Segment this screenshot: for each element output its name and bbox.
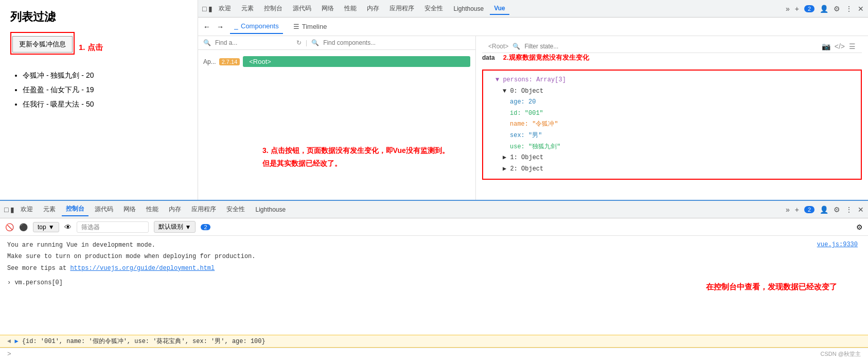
persons-row[interactable]: ▼ persons: Array[3] — [495, 75, 856, 86]
console-toolbar: 🚫 ⚫ top ▼ 👁 默认级别 ▼ 2 ⚙ — [0, 218, 868, 236]
page-title: 列表过滤 — [10, 9, 187, 25]
step1-label: 1. 点击 — [79, 43, 103, 53]
root-component-badge: <Root> — [243, 56, 470, 67]
top-dropdown[interactable]: top ▼ — [33, 222, 59, 232]
menu-icon[interactable]: ☰ — [849, 42, 856, 50]
more-options-icon[interactable]: ⋮ — [845, 5, 853, 13]
refresh-icon[interactable]: ↻ — [296, 39, 302, 46]
step3-line2: 但是其实数据已经改了。 — [262, 157, 449, 170]
bottom-tab-bar: □ ▮ 欢迎 元素 控制台 源代码 网络 性能 内存 应用程序 安全性 Ligh… — [0, 201, 868, 218]
inspect-icon[interactable]: □ — [202, 5, 206, 13]
app-tree-row[interactable]: Ap... 2.7.14 <Root> — [198, 54, 475, 69]
bottom-inspect-icon[interactable]: □ — [4, 205, 8, 214]
find-bar: 🔍 ↻ | 🔍 — [198, 36, 475, 50]
bottom-tab-memory[interactable]: 内存 — [165, 203, 185, 216]
console-settings-icon[interactable]: ⚙ — [856, 223, 863, 231]
obj2-row[interactable]: ▶ 2: Object — [503, 164, 856, 175]
age-row: age: 20 — [510, 97, 856, 108]
csdn-watermark: CSDN @秋堂主 — [821, 350, 861, 358]
eye-icon[interactable]: 👁 — [64, 223, 72, 231]
close-icon[interactable]: ✕ — [858, 5, 864, 13]
console-obj-line[interactable]: ◄ ▶ {id: '001', name: '假的令狐冲', use: '葵花宝… — [0, 335, 868, 348]
bottom-tab-console[interactable]: 控制台 — [62, 202, 88, 216]
tab-console[interactable]: 控制台 — [260, 2, 287, 15]
vue-components-tab[interactable]: ⎯ Components — [230, 19, 283, 34]
version-badge: 2.7.14 — [219, 58, 240, 65]
bottom-tab-lighthouse[interactable]: Lighthouse — [251, 204, 290, 215]
data-header: data 2.观察数据竟然没有发生变化 — [482, 53, 862, 62]
bottom-tab-icons: » + 2 👤 ⚙ ⋮ ✕ — [786, 205, 864, 214]
update-button[interactable]: 更新令狐冲信息 — [12, 36, 73, 53]
bottom-more-options-icon[interactable]: ⋮ — [845, 205, 853, 214]
bottom-add-tab-icon[interactable]: + — [795, 205, 799, 214]
add-tab-icon[interactable]: + — [795, 5, 799, 13]
clear-console-icon[interactable]: 🚫 — [5, 223, 14, 231]
component-tree-panel: 🔍 ↻ | 🔍 Ap... 2.7.14 <Root> — [198, 36, 476, 200]
search-icon-3: 🔍 — [512, 43, 520, 50]
obj-content: {id: '001', name: '假的令狐冲', use: '葵花宝典', … — [22, 338, 265, 345]
top-dropdown-arrow: ▼ — [48, 224, 55, 231]
person-list: 令狐冲 - 独狐九剑 - 20 任盈盈 - 仙女下凡 - 19 任我行 - 吸星… — [23, 68, 187, 111]
components-icon: ⎯ — [234, 22, 238, 30]
divider: | — [306, 39, 307, 46]
tab-welcome[interactable]: 欢迎 — [215, 2, 235, 15]
bottom-tab-security[interactable]: 安全性 — [222, 203, 249, 216]
top-label: top — [38, 224, 46, 231]
level-dropdown[interactable]: 默认级别 ▼ — [154, 221, 196, 233]
back-icon[interactable]: ← — [203, 23, 210, 31]
tab-icon-area: » + 2 👤 ⚙ ⋮ ✕ — [786, 5, 864, 13]
vue-link[interactable]: vue.js:9330 — [817, 241, 858, 248]
block-icon[interactable]: ⚫ — [19, 223, 28, 231]
bottom-tab-sources[interactable]: 源代码 — [91, 203, 117, 216]
tab-lighthouse[interactable]: Lighthouse — [449, 3, 488, 14]
console-input[interactable] — [14, 350, 861, 358]
triangle-icon[interactable]: ▶ — [14, 338, 22, 345]
tab-network[interactable]: 网络 — [317, 2, 338, 15]
obj0-row[interactable]: ▼ 0: Object — [503, 86, 856, 97]
vue-timeline-tab[interactable]: ☰ Timeline — [289, 20, 331, 33]
deployment-link[interactable]: https://vuejs.org/guide/deployment.html — [70, 265, 215, 272]
filter-input[interactable] — [77, 221, 149, 233]
console-red-note: 在控制台中查看，发现数据已经改变了 — [706, 282, 837, 292]
bottom-close-icon[interactable]: ✕ — [858, 205, 864, 214]
console-input-row: > — [0, 348, 868, 360]
devtools-tab-bar: □ ▮ 欢迎 元素 控制台 源代码 网络 性能 内存 应用程序 安全性 Ligh… — [198, 0, 868, 18]
bottom-tab-welcome[interactable]: 欢迎 — [16, 203, 37, 216]
find-input[interactable] — [215, 39, 292, 46]
camera-icon[interactable]: 📷 — [822, 42, 830, 50]
components-label: Components — [241, 22, 279, 30]
bottom-tab-application[interactable]: 应用程序 — [187, 203, 220, 216]
profile-icon[interactable]: 👤 — [820, 5, 828, 13]
expand-arrow[interactable]: › — [7, 279, 14, 286]
bottom-tab-performance[interactable]: 性能 — [142, 203, 163, 216]
timeline-icon: ☰ — [293, 23, 299, 30]
find-components-input[interactable] — [323, 39, 470, 46]
device-icon[interactable]: ▮ — [208, 5, 212, 13]
code-icon[interactable]: </> — [835, 42, 845, 50]
search-icon-2: 🔍 — [311, 39, 319, 46]
data-panel: <Root> 🔍 📷 </> ☰ data 2.观察数据竟然没有发生变化 ▼ p… — [476, 36, 868, 200]
tab-elements[interactable]: 元素 — [237, 2, 258, 15]
bottom-notification-badge: 2 — [804, 206, 814, 213]
settings-icon[interactable]: ⚙ — [834, 5, 840, 13]
bottom-device-icon[interactable]: ▮ — [10, 205, 14, 214]
tab-memory[interactable]: 内存 — [363, 2, 383, 15]
bottom-tab-elements[interactable]: 元素 — [39, 203, 60, 216]
tab-performance[interactable]: 性能 — [340, 2, 361, 15]
more-tabs-icon[interactable]: » — [786, 5, 790, 13]
obs-note: 2.观察数据竟然没有发生变化 — [503, 53, 589, 62]
forward-icon[interactable]: → — [217, 23, 224, 31]
bottom-tab-network[interactable]: 网络 — [119, 203, 140, 216]
tab-sources[interactable]: 源代码 — [289, 2, 315, 15]
vue-body: 🔍 ↻ | 🔍 Ap... 2.7.14 <Root> — [198, 36, 868, 200]
bottom-profile-icon[interactable]: 👤 — [820, 205, 828, 214]
obj1-row[interactable]: ▶ 1: Object — [503, 152, 856, 164]
tab-vue[interactable]: Vue — [490, 3, 509, 15]
bottom-more-tabs-icon[interactable]: » — [786, 205, 790, 214]
filter-state-input[interactable] — [524, 43, 817, 50]
component-tree: Ap... 2.7.14 <Root> — [198, 50, 475, 200]
tab-security[interactable]: 安全性 — [420, 2, 447, 15]
bottom-settings-icon[interactable]: ⚙ — [834, 205, 840, 214]
name-row: name: "令狐冲" — [510, 119, 856, 130]
tab-application[interactable]: 应用程序 — [385, 2, 418, 15]
